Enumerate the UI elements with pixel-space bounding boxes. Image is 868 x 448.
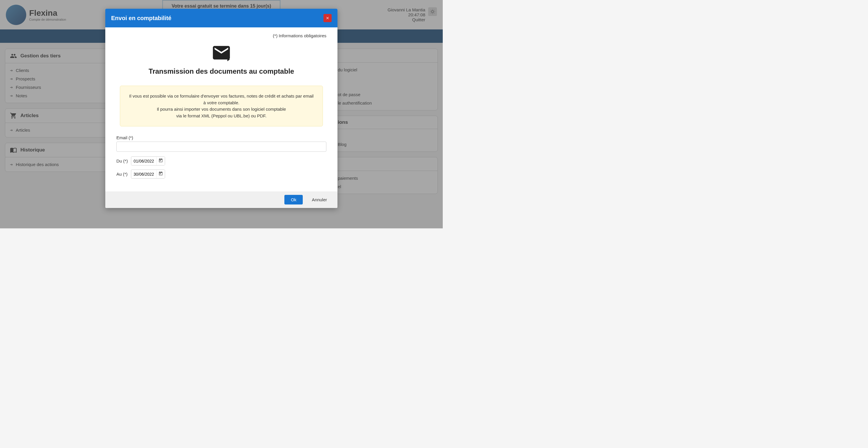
modal-footer: Ok Annuler — [105, 192, 337, 208]
date-from-row: Du (*) — [116, 157, 327, 166]
date-to-input[interactable] — [131, 170, 156, 178]
modal-body: (*) Informations obligatoires Transmissi… — [105, 27, 337, 192]
info-text-1: Il vous est possible via ce formulaire d… — [129, 93, 314, 106]
date-to-wrapper — [131, 170, 165, 178]
cancel-button[interactable]: Annuler — [307, 195, 332, 205]
modal-header: Envoi en comptabilité — [105, 9, 337, 27]
date-to-label: Au (*) — [116, 172, 129, 176]
email-input[interactable] — [116, 142, 327, 152]
date-from-input[interactable] — [131, 157, 156, 165]
email-label: Email (*) — [116, 135, 327, 140]
email-form-group: Email (*) — [116, 135, 327, 152]
date-to-calendar-button[interactable] — [156, 170, 165, 178]
date-to-row: Au (*) — [116, 170, 327, 178]
info-box: Il vous est possible via ce formulaire d… — [120, 85, 323, 127]
modal-subtitle: Transmission des documents au comptable — [116, 67, 327, 75]
required-info-label: (*) Informations obligatoires — [116, 33, 327, 38]
date-from-label: Du (*) — [116, 159, 129, 163]
date-from-calendar-button[interactable] — [156, 157, 165, 165]
close-icon — [326, 16, 330, 20]
modal-envoi-comptabilite: Envoi en comptabilité (*) Informations o… — [105, 9, 337, 208]
info-text-3: via le format XML (Peppol ou UBL.be) ou … — [129, 113, 314, 119]
modal-title: Envoi en comptabilité — [111, 15, 172, 22]
info-text-2: Il pourra ainsi importer vos documents d… — [129, 106, 314, 113]
calendar-icon — [158, 171, 163, 176]
date-from-wrapper — [131, 157, 165, 166]
mail-send-icon — [210, 42, 233, 63]
calendar-icon — [158, 158, 163, 163]
ok-button[interactable]: Ok — [284, 195, 303, 205]
close-button[interactable] — [323, 14, 332, 22]
